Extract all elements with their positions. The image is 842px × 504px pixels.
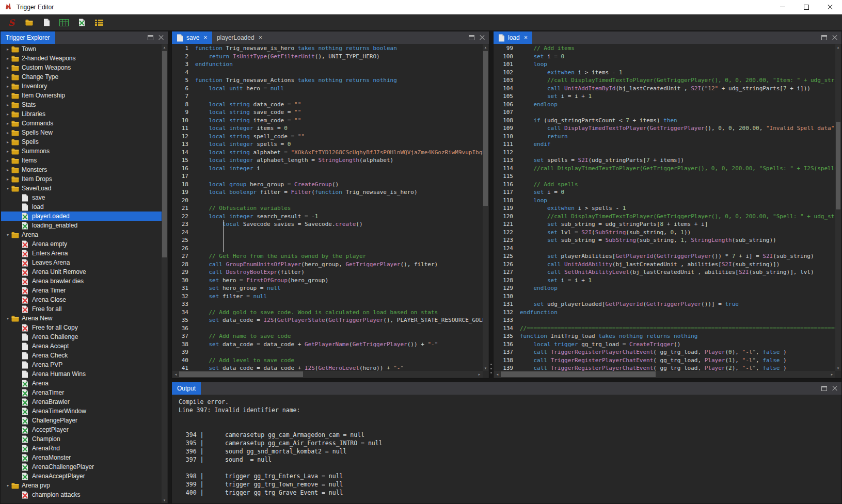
tree-item-arena-unit-remove[interactable]: Arena Unit Remove [1,267,162,277]
expand-arrow-icon[interactable]: ▸ [4,84,11,89]
tree-item-arena-brawler-dies[interactable]: Arena brawler dies [1,277,162,286]
open-folder-icon[interactable] [23,17,35,29]
explorer-vertical-scrollbar[interactable]: ▲ ▼ [162,44,167,503]
close-tab-icon[interactable]: ✕ [203,35,208,40]
editor-splitter[interactable] [489,31,493,379]
tree-item-arenatimerwindow[interactable]: ArenaTimerWindow [1,407,162,416]
tree-item-arenaacceptplayer[interactable]: ArenaAcceptPlayer [1,472,162,481]
collapse-arrow-icon[interactable]: ▾ [4,316,11,321]
tree-item-playerloaded[interactable]: playerLoaded [1,212,162,221]
tree-item-arena[interactable]: ▾Arena [1,230,162,239]
scroll-left-icon[interactable]: ◄ [172,371,179,378]
expand-arrow-icon[interactable]: ▸ [4,131,11,135]
tree-item-acceptplayer[interactable]: AcceptPlayer [1,425,162,434]
output-tab[interactable]: Output [172,382,201,395]
tree-item-commands[interactable]: ▸Commands [1,119,162,128]
tree-item-challengeplayer[interactable]: ChallengePlayer [1,416,162,425]
tree-item-champion-attacks[interactable]: champion attacks [1,490,162,499]
app-logo-icon[interactable]: S [5,17,18,29]
tree-item-arenachallengeplayer[interactable]: ArenaChallengePlayer [1,462,162,472]
tree-item-arenabrawler[interactable]: ArenaBrawler [1,397,162,407]
tree-item-monsters[interactable]: ▸Monsters [1,165,162,174]
expand-arrow-icon[interactable]: ▸ [4,112,11,117]
tab-playerloaded[interactable]: playerLoaded✕ [212,31,267,44]
tree-item-arena-empty[interactable]: Arena empty [1,239,162,249]
tree-item-free-for-all[interactable]: Free for all [1,304,162,314]
scroll-right-icon[interactable]: ► [476,371,483,378]
scroll-up-icon[interactable]: ▲ [162,44,167,50]
scroll-down-icon[interactable]: ▼ [483,365,488,371]
code-editor[interactable]: 1234567891011121314151617181920212223242… [172,44,483,371]
tree-item-inventory[interactable]: ▸Inventory [1,82,162,91]
scroll-down-icon[interactable]: ▼ [162,497,167,503]
scroll-up-icon[interactable]: ▲ [835,44,841,50]
expand-arrow-icon[interactable]: ▸ [4,177,11,182]
maximize-button[interactable] [795,0,818,14]
editor-horizontal-scrollbar[interactable]: ◄ ► [494,371,835,378]
tree-item-arenarnd[interactable]: ArenaRnd [1,444,162,453]
tree-item-libraries[interactable]: ▸Libraries [1,109,162,119]
expand-arrow-icon[interactable]: ▸ [4,75,11,79]
tree-item-custom-weapons[interactable]: ▸Custom Weapons [1,63,162,72]
tree-item-arena-pvp[interactable]: ▾Arena pvp [1,481,162,490]
output-log[interactable]: Compile error.Line 397: Invalid identifi… [172,395,841,503]
tree-item-item-drops[interactable]: ▸Item Drops [1,174,162,184]
expand-arrow-icon[interactable]: ▸ [4,121,11,126]
close-tab-icon[interactable]: ✕ [524,35,528,40]
tree-item-2-handed-weapons[interactable]: ▸2-handed Weapons [1,54,162,63]
tree-item-arena[interactable]: Arena [1,379,162,388]
scroll-left-icon[interactable]: ◄ [494,371,501,378]
scroll-thumb[interactable] [162,51,167,257]
tree-item-arena-new[interactable]: ▾Arena New [1,314,162,323]
scroll-thumb[interactable] [483,51,488,206]
tree-item-enters-arena[interactable]: Enters Arena [1,249,162,258]
close-button[interactable] [818,0,842,14]
tree-item-free-for-all-copy[interactable]: Free for all Copy [1,323,162,332]
collapse-arrow-icon[interactable]: ▾ [4,483,11,488]
tree-item-save-load[interactable]: ▾Save/Load [1,184,162,193]
expand-arrow-icon[interactable]: ▸ [4,47,11,52]
collapse-arrow-icon[interactable]: ▾ [4,233,11,237]
tree-item-items[interactable]: ▸Items [1,156,162,165]
tree-item-arena-human-wins[interactable]: Arena Human Wins [1,369,162,379]
new-file-icon[interactable] [40,17,53,29]
close-panel-icon[interactable] [158,35,164,40]
expand-arrow-icon[interactable]: ▸ [4,168,11,172]
variables-grid-icon[interactable] [58,17,70,29]
tree-item-load[interactable]: load [1,202,162,212]
collapse-arrow-icon[interactable]: ▾ [4,186,11,191]
expand-arrow-icon[interactable]: ▸ [4,66,11,70]
code-editor[interactable]: 9910010110210310410510610710810911011111… [494,44,835,371]
expand-arrow-icon[interactable]: ▸ [4,93,11,98]
undock-panel-icon[interactable] [148,35,153,40]
expand-arrow-icon[interactable]: ▸ [4,158,11,163]
tree-item-champion[interactable]: Champion [1,434,162,444]
tree-item-arena-accept[interactable]: Arena Accept [1,342,162,351]
close-tab-icon[interactable]: ✕ [259,35,263,40]
scroll-right-icon[interactable]: ► [829,371,835,378]
tree-item-spells-new[interactable]: ▸Spells New [1,128,162,137]
scroll-track[interactable] [501,371,829,378]
tree-item-item-ownership[interactable]: ▸Item Ownership [1,91,162,100]
trigger-list-icon[interactable] [93,17,105,29]
scroll-track[interactable] [179,371,476,378]
close-panel-icon[interactable] [480,35,485,40]
tree-item-arena-timer[interactable]: Arena Timer [1,286,162,295]
close-panel-icon[interactable] [832,35,837,40]
tree-item-arena-close[interactable]: Arena Close [1,295,162,304]
convert-script-icon[interactable] [75,17,88,29]
expand-arrow-icon[interactable]: ▸ [4,103,11,107]
close-panel-icon[interactable] [832,386,837,391]
tree-item-change-type[interactable]: ▸Change Type [1,72,162,82]
expand-arrow-icon[interactable]: ▸ [4,140,11,144]
tree-item-summons[interactable]: ▸Summons [1,147,162,156]
tree-item-spells[interactable]: ▸Spells [1,137,162,147]
scroll-up-icon[interactable]: ▲ [483,44,488,50]
tree-item-arena-check[interactable]: Arena Check [1,351,162,360]
minimize-button[interactable] [771,0,795,14]
tree-item-leaves-arena[interactable]: Leaves Arena [1,258,162,267]
tab-save[interactable]: save✕ [172,31,212,44]
tree-item-town[interactable]: ▸Town [1,44,162,54]
expand-arrow-icon[interactable]: ▸ [4,149,11,154]
scroll-down-icon[interactable]: ▼ [835,365,841,371]
